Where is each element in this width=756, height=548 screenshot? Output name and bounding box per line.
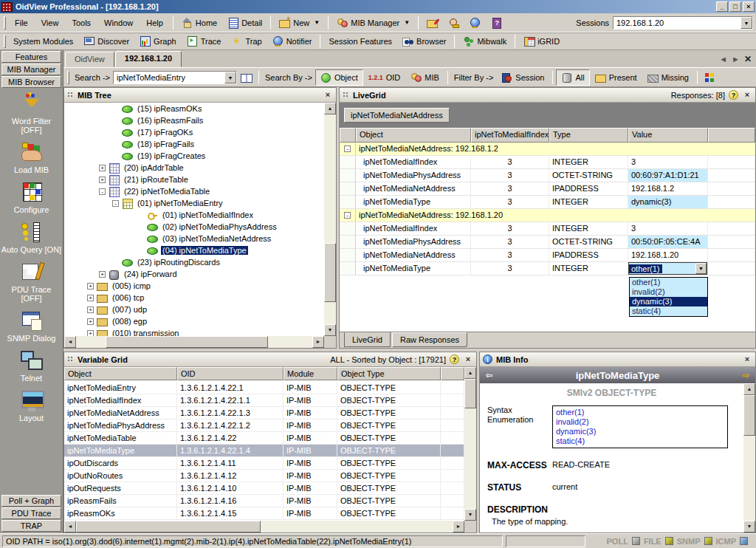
mib-lookup-button[interactable] <box>237 69 255 86</box>
vargrid-row[interactable]: ipOutRequests1.3.6.1.2.1.4.10IP-MIBOBJEC… <box>64 482 464 495</box>
filter-all-button[interactable]: All <box>556 69 589 86</box>
mib-manager-button[interactable]: MIB Manager▼ <box>331 15 415 31</box>
tree-expander-icon[interactable]: + <box>99 271 106 278</box>
menu-tools[interactable]: Tools <box>65 16 97 30</box>
dropdown-option-dynamic-3[interactable]: dynamic(3) <box>630 297 707 306</box>
value-dropdown-list[interactable]: other(1)invalid(2)dynamic(3)static(4) <box>629 277 708 317</box>
filter-present-button[interactable]: Present <box>590 69 642 86</box>
tab-close-icon[interactable]: ✕ <box>744 54 752 64</box>
close-panel-icon[interactable]: × <box>323 90 333 100</box>
search-input[interactable]: ipNetToMediaEntry ▼ <box>113 71 237 84</box>
vargrid-row[interactable]: ipNetToMediaType1.3.6.1.2.1.4.22.1.4IP-M… <box>64 445 464 457</box>
tree-item[interactable]: -(01) ipNetToMediaEntry <box>64 197 324 209</box>
row-selector[interactable] <box>340 182 356 195</box>
tab-192-168-1-20[interactable]: 192.168.1.20 <box>115 51 182 67</box>
row-selector[interactable]: - <box>340 143 356 155</box>
vargrid-row[interactable]: ipOutDiscards1.3.6.1.2.1.4.11IP-MIBOBJEC… <box>64 457 464 470</box>
restore-button[interactable]: □ <box>729 1 741 12</box>
chevron-down-icon[interactable]: ▼ <box>314 19 320 26</box>
vargrid-horizontal-scrollbar[interactable]: ◄ ► <box>64 521 464 532</box>
folder-tools-button[interactable] <box>422 15 443 31</box>
graph-button[interactable]: Graph <box>134 33 182 49</box>
column-header-ipnettomediaifindex[interactable]: ipNetToMediaIfIndex <box>471 128 549 143</box>
chevron-down-icon[interactable]: ▼ <box>695 263 707 274</box>
vargrid-row[interactable]: ipOutNoRoutes1.3.6.1.2.1.4.12IP-MIBOBJEC… <box>64 470 464 482</box>
detail-button[interactable]: Detail <box>222 15 267 31</box>
tab-prev-icon[interactable]: ◄ <box>719 55 727 64</box>
livegrid-row[interactable]: ipNetToMediaNetAddress3IPADDRESS192.168.… <box>340 182 755 196</box>
person-key-button[interactable] <box>443 15 464 31</box>
sidebar-tool-configure[interactable]: Configure <box>0 181 63 214</box>
tree-item[interactable]: +(007) udp <box>64 304 324 315</box>
search-by-mib-button[interactable]: MIB <box>405 69 444 86</box>
tree-item[interactable]: (23) ipRoutingDiscards <box>64 256 324 268</box>
tree-expander-icon[interactable]: + <box>87 306 94 313</box>
vargrid-row[interactable]: ipNetToMediaTable1.3.6.1.2.1.4.22IP-MIBO… <box>64 432 464 445</box>
sidebar-tool-load-mib[interactable]: Load MIB <box>0 141 63 174</box>
column-header-object-type[interactable]: Object Type <box>337 367 441 380</box>
back-arrow-icon[interactable]: ⇦ <box>486 371 492 380</box>
tree-expander-icon[interactable]: + <box>99 177 106 183</box>
row-selector[interactable] <box>340 249 356 261</box>
tree-item[interactable]: -(22) ipNetToMediaTable <box>64 185 324 197</box>
tree-item[interactable]: (19) ipFragCreates <box>64 150 324 162</box>
mibwalk-button[interactable]: Mibwalk <box>458 33 512 49</box>
collapse-icon[interactable]: - <box>344 145 351 152</box>
close-panel-icon[interactable]: × <box>742 90 752 100</box>
column-header[interactable] <box>340 128 356 143</box>
tree-item[interactable]: (15) ipReasmOKs <box>64 103 324 114</box>
tree-expander-icon[interactable]: - <box>99 188 106 195</box>
sidebar-tool-telnet[interactable]: Telnet <box>0 349 63 383</box>
cell-value[interactable]: 192.168.1.2 <box>628 182 708 195</box>
toolbar-grip[interactable] <box>67 71 69 84</box>
cell-value[interactable]: other(1)▼ <box>628 262 708 275</box>
sidebar-tool-layout[interactable]: Layout <box>0 389 63 422</box>
tree-expander-icon[interactable]: + <box>87 318 94 325</box>
tree-expander-icon[interactable]: + <box>99 165 106 171</box>
tree-item[interactable]: +(006) tcp <box>64 292 324 304</box>
menu-view[interactable]: View <box>35 16 66 30</box>
livegrid-row[interactable]: ipNetToMediaIfIndex3INTEGER3 <box>340 222 755 236</box>
sidebar-button-mib-manager[interactable]: MIB Manager <box>1 64 61 75</box>
tree-expander-icon[interactable]: - <box>112 200 119 207</box>
notifier-button[interactable]: Notifier <box>267 33 317 49</box>
bottom-tab-livegrid[interactable]: LiveGrid <box>344 332 391 347</box>
tree-item[interactable]: (17) ipFragOKs <box>64 126 324 138</box>
chevron-down-icon[interactable]: ▼ <box>224 72 236 83</box>
group-header-row[interactable]: -ipNetToMediaNetAddress: 192.168.1.2 <box>340 143 755 156</box>
tree-expander-icon[interactable]: + <box>87 330 94 337</box>
session-features-button[interactable]: Session Features <box>323 33 397 49</box>
mibinfo-vertical-scrollbar[interactable]: ▲ ▼ <box>743 383 755 532</box>
tree-item[interactable]: +(005) icmp <box>64 280 324 292</box>
vargrid-row[interactable]: ipReasmFails1.3.6.1.2.1.4.16IP-MIBOBJECT… <box>64 495 464 507</box>
cell-value[interactable]: 3 <box>628 156 708 168</box>
row-selector[interactable]: - <box>340 209 356 222</box>
group-header-row[interactable]: -ipNetToMediaNetAddress: 192.168.1.20 <box>340 209 755 222</box>
globe-tool-button[interactable] <box>464 15 486 31</box>
new-button[interactable]: New▼ <box>274 15 325 31</box>
toolbar-grip[interactable] <box>4 35 6 48</box>
search-by-object-button[interactable]: Object <box>315 69 363 86</box>
vargrid-row[interactable]: ipNetToMediaIfIndex1.3.6.1.2.1.4.22.1.1I… <box>64 394 464 407</box>
sidebar-button-trap[interactable]: TRAP <box>1 520 61 532</box>
sidebar-button-poll-graph[interactable]: Poll + Graph <box>1 495 61 507</box>
dropdown-option-other-1[interactable]: other(1) <box>630 278 707 287</box>
minimize-button[interactable]: _ <box>716 1 728 12</box>
help-book-button[interactable] <box>486 15 507 31</box>
column-header-type[interactable]: Type <box>549 128 628 143</box>
tree-vertical-scrollbar[interactable]: ▲ ▼ <box>324 103 336 336</box>
tree-item[interactable]: (16) ipReasmFails <box>64 114 324 126</box>
dropdown-option-static-4[interactable]: static(4) <box>630 306 707 316</box>
sidebar-tool-auto-query-on[interactable]: Auto Query [ON] <box>0 221 63 254</box>
tree-item[interactable]: (04) ipNetToMediaType <box>64 244 324 256</box>
cell-value[interactable]: dynamic(3) <box>628 196 708 208</box>
row-selector[interactable] <box>340 236 356 248</box>
home-button[interactable]: Home <box>176 15 222 31</box>
panel-grip-icon[interactable] <box>343 92 349 98</box>
toolbar-grip[interactable] <box>4 16 6 30</box>
filter-by-session-button[interactable]: Session <box>496 69 549 86</box>
igrid-button[interactable]: iGRID <box>518 33 565 49</box>
tab-next-icon[interactable]: ► <box>732 55 740 64</box>
discover-button[interactable]: Discover <box>78 33 134 49</box>
tree-item[interactable]: +(21) ipRouteTable <box>64 174 324 185</box>
